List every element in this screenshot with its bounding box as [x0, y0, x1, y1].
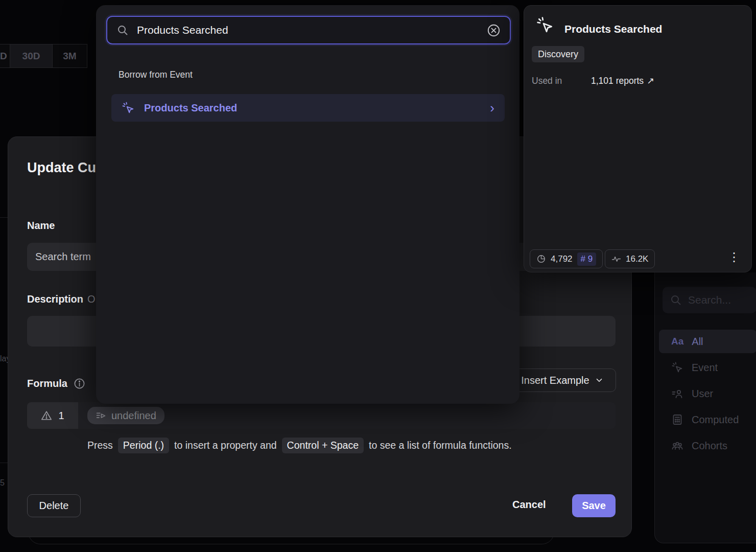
stat-value: 4,792 — [551, 254, 573, 264]
formula-error-indicator: 1 — [27, 402, 78, 429]
kebab-menu-icon[interactable]: ⋮ — [728, 250, 740, 264]
time-range-selector: D 30D 3M — [0, 44, 87, 68]
calculator-icon — [671, 413, 683, 426]
event-result-row[interactable]: Products Searched › — [111, 94, 505, 122]
event-cursor-icon — [122, 101, 135, 114]
pie-chart-icon — [536, 254, 546, 264]
event-title: Products Searched — [564, 23, 662, 35]
insert-example-button[interactable]: Insert Example — [509, 369, 616, 392]
time-range-3m-button[interactable]: 3M — [53, 44, 87, 68]
warning-triangle-icon — [41, 410, 52, 421]
name-value: Search term — [35, 251, 91, 263]
sidebar-item-event[interactable]: Event — [659, 356, 756, 379]
name-label: Name — [27, 220, 55, 232]
used-in-reports-link[interactable]: 1,101 reports ↗ — [591, 76, 654, 86]
used-in-label: Used in — [532, 76, 562, 86]
category-badge: Discovery — [532, 46, 584, 62]
event-cursor-icon — [671, 361, 683, 374]
sidebar-item-label: All — [692, 336, 703, 348]
formula-label: Formula — [27, 378, 67, 389]
period-key-chip: Period (.) — [118, 438, 169, 453]
event-cursor-icon — [536, 16, 554, 34]
sidebar-item-cohorts[interactable]: Cohorts — [659, 434, 756, 457]
clear-search-icon[interactable] — [487, 24, 501, 37]
cancel-button[interactable]: Cancel — [512, 499, 546, 511]
text-type-icon: Aa — [671, 336, 683, 347]
sidebar-search-input[interactable]: Search... — [663, 287, 756, 313]
search-icon — [670, 294, 682, 306]
event-details-panel: Products Searched Discovery Used in 1,10… — [524, 5, 752, 272]
formula-input-bar[interactable]: 1 undefined — [27, 402, 616, 429]
sidebar-item-label: Cohorts — [692, 440, 727, 452]
cohorts-icon — [671, 440, 683, 452]
description-optional-label: O — [87, 293, 96, 305]
external-link-icon: ↗ — [647, 76, 654, 86]
save-button[interactable]: Save — [572, 494, 616, 517]
formula-label-row: Formula — [27, 378, 85, 389]
chevron-down-icon — [595, 376, 604, 385]
control-space-key-chip: Control + Space — [282, 438, 364, 453]
description-label: DescriptionO — [27, 293, 96, 305]
formula-chip-label: undefined — [111, 410, 156, 422]
search-icon — [116, 24, 129, 36]
sidebar-item-all[interactable]: Aa All — [659, 330, 756, 353]
formula-hint: Press Period (.) to insert a property an… — [87, 438, 512, 453]
bg-axis-number: 5 — [0, 478, 5, 488]
sidebar-search-placeholder: Search... — [688, 294, 731, 306]
activity-pulse-icon — [611, 254, 621, 264]
sidebar-item-computed[interactable]: Computed — [659, 408, 756, 431]
borrow-from-event-heading: Borrow from Event — [119, 70, 193, 80]
property-icon — [96, 410, 106, 421]
info-icon[interactable] — [74, 378, 85, 389]
property-type-sidebar: Search... Aa All Event User Computed — [654, 272, 756, 543]
formula-error-count: 1 — [58, 410, 64, 422]
user-icon — [671, 387, 683, 400]
time-range-30d-button[interactable]: 30D — [10, 44, 53, 68]
formula-property-chip[interactable]: undefined — [87, 407, 164, 424]
event-result-label: Products Searched — [144, 102, 481, 114]
search-query: Products Searched — [137, 24, 479, 36]
sidebar-item-user[interactable]: User — [659, 382, 756, 405]
rank-badge: # 9 — [577, 252, 597, 266]
sidebar-item-label: User — [692, 388, 713, 400]
sidebar-item-label: Event — [692, 362, 718, 374]
insert-example-label: Insert Example — [521, 375, 589, 386]
dialog-title: Update Cu — [27, 160, 96, 176]
search-input[interactable]: Products Searched — [106, 16, 511, 44]
time-range-7d-button[interactable]: D — [0, 44, 10, 68]
delete-button[interactable]: Delete — [27, 494, 81, 517]
unique-users-stat[interactable]: 4,792 # 9 — [530, 249, 603, 268]
formula-editor[interactable]: undefined — [78, 402, 616, 429]
total-events-stat[interactable]: 16.2K — [605, 249, 655, 268]
stat-value: 16.2K — [626, 254, 648, 264]
chevron-right-icon: › — [490, 101, 494, 114]
sidebar-item-label: Computed — [692, 414, 739, 426]
property-search-overlay: Products Searched Borrow from Event Prod… — [96, 5, 519, 404]
